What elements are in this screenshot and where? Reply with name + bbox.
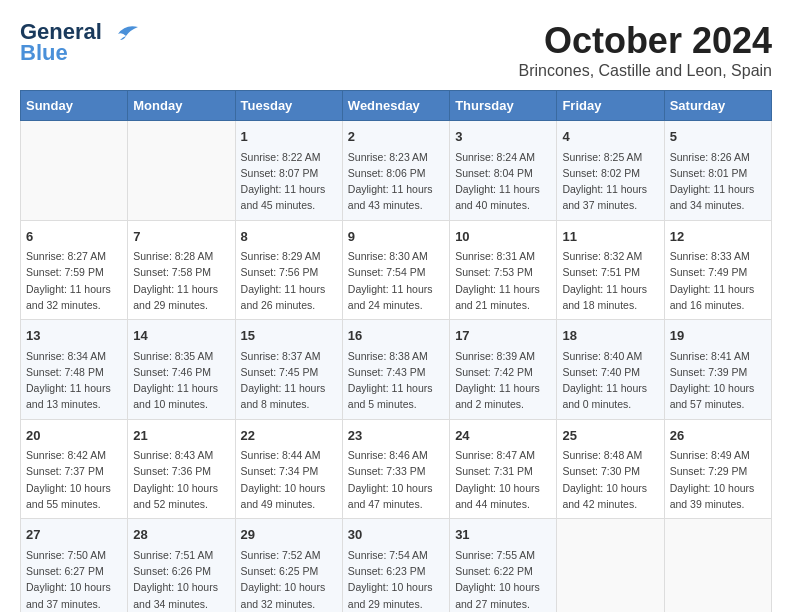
day-number: 18 — [562, 326, 658, 346]
calendar-cell: 22Sunrise: 8:44 AMSunset: 7:34 PMDayligh… — [235, 419, 342, 519]
calendar-cell: 15Sunrise: 8:37 AMSunset: 7:45 PMDayligh… — [235, 320, 342, 420]
day-content: Sunrise: 8:46 AMSunset: 7:33 PMDaylight:… — [348, 447, 444, 512]
col-header-monday: Monday — [128, 91, 235, 121]
day-number: 6 — [26, 227, 122, 247]
calendar-table: SundayMondayTuesdayWednesdayThursdayFrid… — [20, 90, 772, 612]
day-number: 3 — [455, 127, 551, 147]
day-content: Sunrise: 8:22 AMSunset: 8:07 PMDaylight:… — [241, 149, 337, 214]
day-number: 9 — [348, 227, 444, 247]
calendar-cell: 18Sunrise: 8:40 AMSunset: 7:40 PMDayligh… — [557, 320, 664, 420]
day-number: 16 — [348, 326, 444, 346]
day-content: Sunrise: 8:37 AMSunset: 7:45 PMDaylight:… — [241, 348, 337, 413]
calendar-cell — [21, 121, 128, 221]
day-content: Sunrise: 8:49 AMSunset: 7:29 PMDaylight:… — [670, 447, 766, 512]
day-number: 5 — [670, 127, 766, 147]
day-number: 4 — [562, 127, 658, 147]
page-header: General Blue October 2024 Brincones, Cas… — [20, 20, 772, 80]
day-content: Sunrise: 7:52 AMSunset: 6:25 PMDaylight:… — [241, 547, 337, 612]
calendar-week-row: 20Sunrise: 8:42 AMSunset: 7:37 PMDayligh… — [21, 419, 772, 519]
day-number: 12 — [670, 227, 766, 247]
title-area: October 2024 Brincones, Castille and Leo… — [519, 20, 773, 80]
calendar-cell: 13Sunrise: 8:34 AMSunset: 7:48 PMDayligh… — [21, 320, 128, 420]
day-content: Sunrise: 8:41 AMSunset: 7:39 PMDaylight:… — [670, 348, 766, 413]
calendar-cell — [557, 519, 664, 612]
day-number: 23 — [348, 426, 444, 446]
day-number: 17 — [455, 326, 551, 346]
logo-blue-text: Blue — [20, 40, 68, 66]
day-number: 15 — [241, 326, 337, 346]
calendar-cell: 31Sunrise: 7:55 AMSunset: 6:22 PMDayligh… — [450, 519, 557, 612]
calendar-cell: 20Sunrise: 8:42 AMSunset: 7:37 PMDayligh… — [21, 419, 128, 519]
day-number: 28 — [133, 525, 229, 545]
calendar-week-row: 27Sunrise: 7:50 AMSunset: 6:27 PMDayligh… — [21, 519, 772, 612]
day-content: Sunrise: 8:44 AMSunset: 7:34 PMDaylight:… — [241, 447, 337, 512]
calendar-cell: 3Sunrise: 8:24 AMSunset: 8:04 PMDaylight… — [450, 121, 557, 221]
col-header-tuesday: Tuesday — [235, 91, 342, 121]
day-content: Sunrise: 8:28 AMSunset: 7:58 PMDaylight:… — [133, 248, 229, 313]
day-number: 11 — [562, 227, 658, 247]
calendar-week-row: 1Sunrise: 8:22 AMSunset: 8:07 PMDaylight… — [21, 121, 772, 221]
day-content: Sunrise: 8:42 AMSunset: 7:37 PMDaylight:… — [26, 447, 122, 512]
day-number: 14 — [133, 326, 229, 346]
calendar-cell: 24Sunrise: 8:47 AMSunset: 7:31 PMDayligh… — [450, 419, 557, 519]
day-content: Sunrise: 8:31 AMSunset: 7:53 PMDaylight:… — [455, 248, 551, 313]
day-content: Sunrise: 8:38 AMSunset: 7:43 PMDaylight:… — [348, 348, 444, 413]
day-number: 26 — [670, 426, 766, 446]
day-content: Sunrise: 8:27 AMSunset: 7:59 PMDaylight:… — [26, 248, 122, 313]
calendar-cell: 16Sunrise: 8:38 AMSunset: 7:43 PMDayligh… — [342, 320, 449, 420]
calendar-cell — [128, 121, 235, 221]
calendar-cell: 28Sunrise: 7:51 AMSunset: 6:26 PMDayligh… — [128, 519, 235, 612]
calendar-cell: 10Sunrise: 8:31 AMSunset: 7:53 PMDayligh… — [450, 220, 557, 320]
calendar-cell — [664, 519, 771, 612]
logo-bird-icon — [110, 22, 140, 44]
calendar-cell: 9Sunrise: 8:30 AMSunset: 7:54 PMDaylight… — [342, 220, 449, 320]
day-number: 8 — [241, 227, 337, 247]
col-header-friday: Friday — [557, 91, 664, 121]
day-content: Sunrise: 8:39 AMSunset: 7:42 PMDaylight:… — [455, 348, 551, 413]
day-number: 19 — [670, 326, 766, 346]
day-content: Sunrise: 8:47 AMSunset: 7:31 PMDaylight:… — [455, 447, 551, 512]
location-title: Brincones, Castille and Leon, Spain — [519, 62, 773, 80]
day-number: 29 — [241, 525, 337, 545]
day-content: Sunrise: 8:32 AMSunset: 7:51 PMDaylight:… — [562, 248, 658, 313]
calendar-week-row: 6Sunrise: 8:27 AMSunset: 7:59 PMDaylight… — [21, 220, 772, 320]
day-content: Sunrise: 7:50 AMSunset: 6:27 PMDaylight:… — [26, 547, 122, 612]
calendar-cell: 6Sunrise: 8:27 AMSunset: 7:59 PMDaylight… — [21, 220, 128, 320]
day-number: 2 — [348, 127, 444, 147]
col-header-sunday: Sunday — [21, 91, 128, 121]
calendar-cell: 26Sunrise: 8:49 AMSunset: 7:29 PMDayligh… — [664, 419, 771, 519]
day-number: 27 — [26, 525, 122, 545]
day-content: Sunrise: 8:24 AMSunset: 8:04 PMDaylight:… — [455, 149, 551, 214]
day-number: 10 — [455, 227, 551, 247]
day-content: Sunrise: 8:40 AMSunset: 7:40 PMDaylight:… — [562, 348, 658, 413]
calendar-cell: 8Sunrise: 8:29 AMSunset: 7:56 PMDaylight… — [235, 220, 342, 320]
calendar-cell: 30Sunrise: 7:54 AMSunset: 6:23 PMDayligh… — [342, 519, 449, 612]
day-content: Sunrise: 8:23 AMSunset: 8:06 PMDaylight:… — [348, 149, 444, 214]
col-header-saturday: Saturday — [664, 91, 771, 121]
day-number: 20 — [26, 426, 122, 446]
day-content: Sunrise: 8:29 AMSunset: 7:56 PMDaylight:… — [241, 248, 337, 313]
day-content: Sunrise: 8:48 AMSunset: 7:30 PMDaylight:… — [562, 447, 658, 512]
day-number: 31 — [455, 525, 551, 545]
day-number: 13 — [26, 326, 122, 346]
day-content: Sunrise: 8:43 AMSunset: 7:36 PMDaylight:… — [133, 447, 229, 512]
day-content: Sunrise: 7:54 AMSunset: 6:23 PMDaylight:… — [348, 547, 444, 612]
col-header-wednesday: Wednesday — [342, 91, 449, 121]
calendar-cell: 4Sunrise: 8:25 AMSunset: 8:02 PMDaylight… — [557, 121, 664, 221]
day-number: 25 — [562, 426, 658, 446]
calendar-cell: 21Sunrise: 8:43 AMSunset: 7:36 PMDayligh… — [128, 419, 235, 519]
calendar-cell: 5Sunrise: 8:26 AMSunset: 8:01 PMDaylight… — [664, 121, 771, 221]
day-content: Sunrise: 8:26 AMSunset: 8:01 PMDaylight:… — [670, 149, 766, 214]
calendar-cell: 14Sunrise: 8:35 AMSunset: 7:46 PMDayligh… — [128, 320, 235, 420]
calendar-cell: 19Sunrise: 8:41 AMSunset: 7:39 PMDayligh… — [664, 320, 771, 420]
day-number: 21 — [133, 426, 229, 446]
calendar-cell: 7Sunrise: 8:28 AMSunset: 7:58 PMDaylight… — [128, 220, 235, 320]
day-number: 30 — [348, 525, 444, 545]
calendar-cell: 1Sunrise: 8:22 AMSunset: 8:07 PMDaylight… — [235, 121, 342, 221]
month-title: October 2024 — [519, 20, 773, 62]
calendar-cell: 27Sunrise: 7:50 AMSunset: 6:27 PMDayligh… — [21, 519, 128, 612]
calendar-cell: 11Sunrise: 8:32 AMSunset: 7:51 PMDayligh… — [557, 220, 664, 320]
day-content: Sunrise: 8:25 AMSunset: 8:02 PMDaylight:… — [562, 149, 658, 214]
day-number: 22 — [241, 426, 337, 446]
day-content: Sunrise: 8:30 AMSunset: 7:54 PMDaylight:… — [348, 248, 444, 313]
